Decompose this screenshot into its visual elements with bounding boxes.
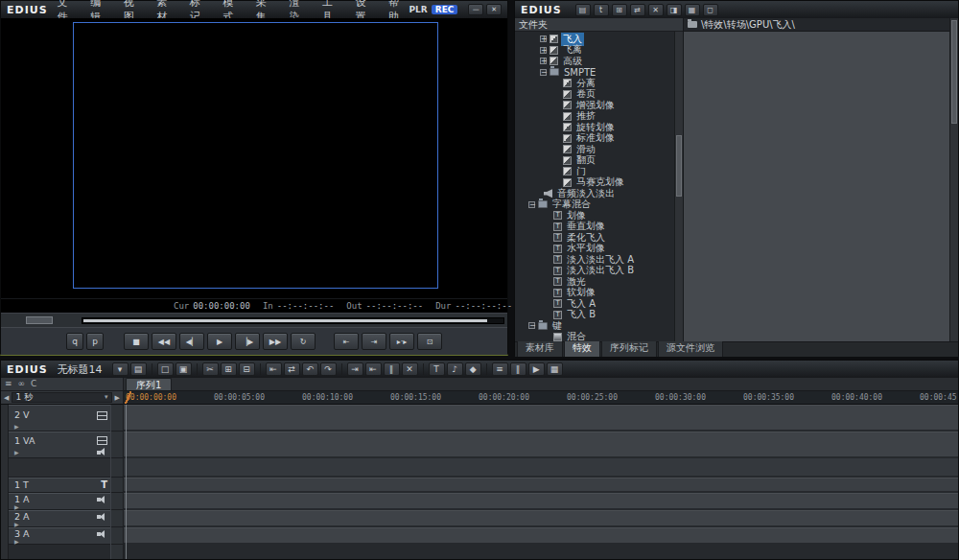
track-header[interactable]: 2 A (9, 510, 110, 527)
timeline-track-lane[interactable] (124, 527, 958, 545)
clip-menu-icon[interactable]: ▾ (112, 362, 129, 376)
track-header[interactable]: 1 T (9, 478, 110, 493)
playhead-line[interactable] (126, 405, 127, 559)
stop-button[interactable]: ■ (124, 333, 149, 350)
timeline-track-lane[interactable] (124, 458, 958, 478)
redo-icon[interactable]: ↷ (320, 362, 337, 376)
tree-expander-icon[interactable] (540, 35, 547, 42)
fast-forward-button[interactable]: ▶▶ (263, 333, 288, 350)
play-cursor-icon[interactable]: ▶ (528, 362, 545, 376)
loop-playback-button[interactable]: ↻ (291, 333, 316, 350)
tree-item[interactable]: 飞离 (515, 45, 683, 57)
palette-tab[interactable]: 特效 (564, 339, 600, 357)
tree-expander-icon[interactable] (540, 47, 547, 54)
track-header[interactable]: 1 A (9, 493, 110, 510)
palette-tab[interactable]: 源文件浏览 (658, 339, 723, 357)
previous-frame-button[interactable]: ◀▏ (179, 333, 204, 350)
effect-list-area[interactable] (684, 32, 958, 341)
save-project-icon[interactable]: ▣ (175, 362, 192, 376)
mixer-icon[interactable]: ≡ (492, 362, 508, 376)
set-out-point-icon[interactable]: ⇤ (365, 362, 382, 376)
scrollbar-thumb[interactable] (676, 135, 682, 197)
toolbar-separator[interactable] (341, 363, 342, 375)
sync-mode-icon[interactable]: ∞ (18, 380, 26, 388)
tree-item[interactable]: 高级 (515, 56, 683, 67)
track-patch-cell[interactable] (111, 432, 123, 458)
track-header[interactable]: 1 VA (9, 432, 110, 458)
timeline-track-lane[interactable] (124, 405, 958, 432)
undo-icon[interactable]: ↶ (302, 362, 318, 376)
video-track-icon[interactable] (97, 436, 107, 445)
play-button[interactable]: ▶ (207, 333, 232, 350)
track-expand-icon[interactable] (14, 450, 97, 455)
text-tool-icon[interactable]: t (594, 4, 609, 16)
timeline-track-lane[interactable] (124, 493, 958, 510)
insert-mode-icon[interactable]: ⇄ (284, 362, 300, 376)
view-mode-icon[interactable]: ◨ (667, 4, 682, 16)
zoom-in-icon[interactable]: ▶ (115, 394, 120, 402)
add-cut-point-icon[interactable]: ∥ (384, 362, 400, 376)
tree-item[interactable]: 字幕混合 (515, 199, 683, 211)
delete-icon[interactable]: ✕ (648, 4, 664, 16)
tree-expander-icon[interactable] (528, 322, 535, 329)
speaker-icon[interactable] (97, 513, 107, 522)
track-header[interactable]: 3 A (9, 527, 110, 545)
track-patch-cell[interactable] (111, 510, 123, 527)
track-patch-cell[interactable] (111, 405, 123, 432)
dock-icon[interactable]: ⇄ (630, 4, 645, 16)
marker-icon[interactable]: ◆ (465, 362, 481, 376)
audio-meter-icon[interactable]: ‖ (510, 362, 526, 376)
toolbar-separator[interactable] (423, 363, 424, 375)
tree-item[interactable]: 软划像 (515, 288, 683, 299)
palette-tab[interactable]: 序列标记 (601, 339, 657, 357)
tree-item[interactable]: 标准划像 (515, 133, 683, 145)
goto-out-button[interactable]: ⇥ (362, 333, 386, 350)
position-track[interactable] (82, 317, 504, 324)
tree-item[interactable]: 增强划像 (515, 100, 683, 111)
timeline-track-lane[interactable] (124, 478, 958, 493)
timeline-track-lane[interactable] (124, 510, 958, 527)
title-tool-icon[interactable]: T (429, 362, 445, 376)
copy-icon[interactable]: ⊞ (221, 362, 237, 376)
chevron-down-icon[interactable]: ▾ (105, 393, 108, 402)
tree-item[interactable]: SMPTE (515, 67, 683, 79)
track-patch-cell[interactable] (111, 458, 123, 478)
tree-item[interactable]: 激光 (515, 276, 683, 288)
timescale-select[interactable]: 1 秒 ▾ (12, 392, 111, 403)
speaker-icon[interactable] (97, 448, 107, 456)
video-track-icon[interactable] (97, 411, 107, 420)
track-header[interactable]: 2 V (9, 405, 110, 432)
track-patch-cell[interactable] (111, 493, 123, 510)
track-expand-icon[interactable] (14, 539, 97, 545)
clipboard-history-icon[interactable]: C (31, 380, 36, 388)
position-thumb[interactable] (83, 319, 487, 322)
shuttle-handle[interactable] (26, 316, 53, 324)
tree-item[interactable]: 混合 (515, 332, 683, 342)
scrollbar-thumb[interactable] (951, 20, 957, 124)
tree-item[interactable]: 键 (515, 320, 683, 332)
tree-item[interactable]: 飞入 (515, 34, 683, 45)
ripple-delete-icon[interactable]: ⇤ (266, 362, 282, 376)
shuttle-forward-button[interactable]: p (86, 333, 104, 350)
thumbnail-view-icon[interactable]: ▦ (685, 4, 700, 16)
tree-expander-icon[interactable] (528, 201, 535, 208)
cut-icon[interactable]: ✂ (202, 362, 219, 376)
track-patch-cell[interactable] (111, 527, 123, 545)
tree-item[interactable]: 翻页 (515, 155, 683, 167)
toolbar-separator[interactable] (152, 363, 152, 375)
lock-icon[interactable]: ◻ (703, 4, 718, 16)
tree-scrollbar[interactable] (674, 32, 683, 341)
timeline-track-lane[interactable] (124, 432, 958, 458)
toolbar-separator[interactable] (197, 363, 198, 375)
delete-parts-icon[interactable]: ✕ (402, 362, 418, 376)
track-patch-cell[interactable] (111, 478, 123, 493)
track-menu-icon[interactable]: ≡ (5, 380, 12, 388)
speaker-icon[interactable] (97, 530, 107, 539)
folder-icon[interactable]: ▤ (575, 4, 591, 16)
tree-expander-icon[interactable] (540, 58, 547, 64)
open-bin-icon[interactable]: ▤ (130, 362, 147, 376)
next-frame-button[interactable]: ▕▶ (235, 333, 260, 350)
speaker-icon[interactable] (97, 496, 107, 504)
track-expand-icon[interactable] (14, 424, 97, 430)
play-around-cursor-button[interactable]: ▸·▸ (389, 333, 414, 350)
